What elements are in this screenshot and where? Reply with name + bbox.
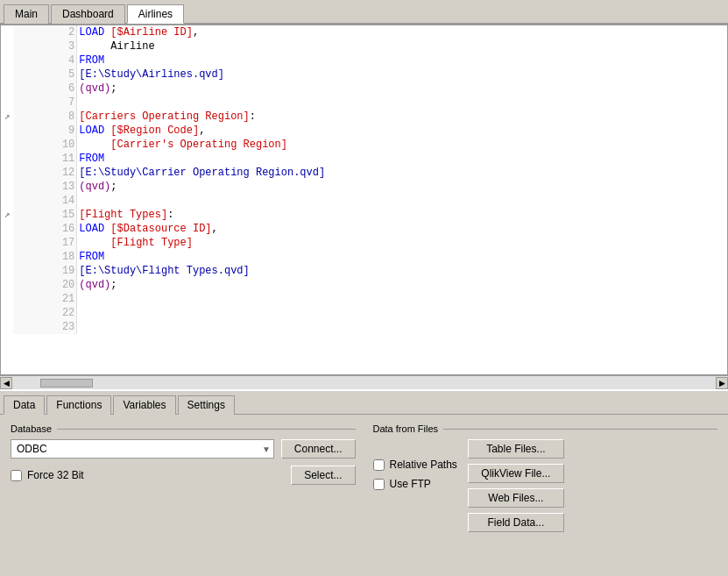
use-ftp-label: Use FTP — [390, 478, 431, 490]
line-content: LOAD [$Datasource ID], — [77, 222, 727, 236]
force32bit-row: Force 32 Bit — [11, 469, 84, 481]
line-arrow — [1, 194, 13, 208]
line-number: 5 — [13, 68, 77, 82]
line-arrow: ↗ — [1, 208, 13, 222]
line-arrow — [1, 68, 13, 82]
line-content: (qvd); — [77, 82, 727, 96]
line-number: 7 — [13, 96, 77, 110]
line-content — [77, 320, 727, 334]
tab-dashboard[interactable]: Dashboard — [51, 4, 125, 24]
line-number: 18 — [13, 250, 77, 264]
tab-main[interactable]: Main — [4, 4, 49, 24]
data-from-files-section: Data from Files Relative Paths Use FTP T… — [373, 423, 718, 532]
line-number: 13 — [13, 180, 77, 194]
tab-data[interactable]: Data — [4, 395, 45, 415]
code-line: 20(qvd); — [1, 278, 727, 292]
code-line: 22 — [1, 306, 727, 320]
line-number: 16 — [13, 222, 77, 236]
scroll-right-btn[interactable]: ▶ — [716, 377, 728, 389]
line-content — [77, 96, 727, 110]
table-files-button[interactable]: Table Files... — [468, 439, 564, 459]
tab-variables[interactable]: Variables — [113, 395, 175, 415]
line-content: LOAD [$Airline ID], — [77, 25, 727, 39]
use-ftp-row: Use FTP — [373, 478, 457, 490]
scrollbar-track[interactable] — [14, 379, 714, 388]
line-number: 19 — [13, 264, 77, 278]
line-content: [Flight Type] — [77, 236, 727, 250]
code-line: 3 Airline — [1, 39, 727, 53]
line-content: (qvd); — [77, 278, 727, 292]
line-number: 10 — [13, 138, 77, 152]
code-line: 6(qvd); — [1, 82, 727, 96]
code-editor[interactable]: 2LOAD [$Airline ID],3 Airline4FROM5[E:\S… — [0, 25, 728, 375]
line-arrow — [1, 124, 13, 138]
line-content: [Carriers Operating Region]: — [77, 110, 727, 124]
tab-settings[interactable]: Settings — [178, 395, 235, 415]
tab-airlines[interactable]: Airlines — [127, 4, 184, 24]
line-number: 9 — [13, 124, 77, 138]
db-select-wrapper: ODBC ▼ — [11, 439, 274, 459]
line-arrow — [1, 166, 13, 180]
line-arrow — [1, 320, 13, 334]
code-line: 13(qvd); — [1, 180, 727, 194]
files-checkboxes: Relative Paths Use FTP — [373, 459, 457, 532]
line-content: [E:\Study\Airlines.qvd] — [77, 68, 727, 82]
code-line: ↗8[Carriers Operating Region]: — [1, 110, 727, 124]
line-number: 11 — [13, 152, 77, 166]
database-section: Database ODBC ▼ Connect... Force 32 Bit … — [11, 423, 356, 532]
line-arrow — [1, 222, 13, 236]
line-number: 4 — [13, 53, 77, 68]
line-content: Airline — [77, 39, 727, 53]
relative-paths-row: Relative Paths — [373, 459, 457, 471]
line-content — [77, 194, 727, 208]
top-tab-bar: Main Dashboard Airlines — [0, 0, 728, 25]
line-arrow — [1, 39, 13, 53]
use-ftp-checkbox[interactable] — [373, 479, 385, 490]
relative-paths-label: Relative Paths — [390, 459, 457, 471]
force32bit-label: Force 32 Bit — [27, 469, 84, 481]
line-content: LOAD [$Region Code], — [77, 124, 727, 138]
line-arrow — [1, 53, 13, 68]
line-content: FROM — [77, 152, 727, 166]
code-line: 7 — [1, 96, 727, 110]
line-number: 2 — [13, 25, 77, 39]
code-line: 23 — [1, 320, 727, 334]
db-row: ODBC ▼ Connect... — [11, 439, 356, 459]
qlikview-file-button[interactable]: QlikView File... — [468, 464, 564, 483]
code-line: 11FROM — [1, 152, 727, 166]
line-arrow — [1, 138, 13, 152]
line-arrow — [1, 306, 13, 320]
line-number: 3 — [13, 39, 77, 53]
data-from-files-label: Data from Files — [373, 423, 718, 434]
db-select[interactable]: ODBC — [11, 439, 274, 459]
line-arrow — [1, 152, 13, 166]
line-arrow — [1, 278, 13, 292]
scrollbar-thumb[interactable] — [40, 379, 93, 388]
line-arrow — [1, 180, 13, 194]
relative-paths-checkbox[interactable] — [373, 459, 385, 471]
bottom-tab-bar: Data Functions Variables Settings — [0, 391, 728, 415]
line-number: 22 — [13, 306, 77, 320]
line-number: 6 — [13, 82, 77, 96]
code-line: 9LOAD [$Region Code], — [1, 124, 727, 138]
code-line: ↗15[Flight Types]: — [1, 208, 727, 222]
scroll-left-btn[interactable]: ◀ — [0, 377, 12, 389]
connect-button[interactable]: Connect... — [281, 439, 356, 459]
tab-functions[interactable]: Functions — [46, 395, 111, 415]
code-line: 18FROM — [1, 250, 727, 264]
force32bit-checkbox[interactable] — [11, 470, 22, 481]
line-number: 14 — [13, 194, 77, 208]
code-line: 2LOAD [$Airline ID], — [1, 25, 727, 39]
line-arrow — [1, 25, 13, 39]
code-line: 10 [Carrier's Operating Region] — [1, 138, 727, 152]
line-arrow — [1, 96, 13, 110]
line-number: 21 — [13, 292, 77, 306]
line-content: (qvd); — [77, 180, 727, 194]
line-arrow: ↗ — [1, 110, 13, 124]
select-button[interactable]: Select... — [291, 466, 355, 485]
field-data-button[interactable]: Field Data... — [468, 513, 564, 532]
horizontal-scrollbar[interactable]: ◀ ▶ — [0, 375, 728, 389]
code-line: 19[E:\Study\Flight Types.qvd] — [1, 264, 727, 278]
web-files-button[interactable]: Web Files... — [468, 488, 564, 508]
files-inner: Relative Paths Use FTP Table Files... Ql… — [373, 439, 718, 532]
